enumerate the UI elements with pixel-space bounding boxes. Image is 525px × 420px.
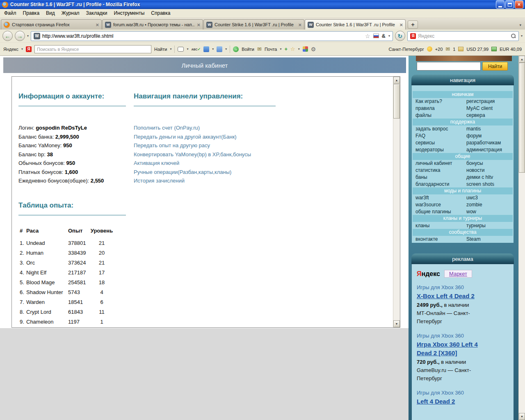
maximize-button[interactable]: [505, 0, 514, 9]
minimize-button[interactable]: [496, 0, 504, 9]
favorites-star-icon[interactable]: ☆: [290, 46, 295, 52]
login-button[interactable]: Войти: [242, 47, 254, 52]
scroll-up-button[interactable]: ▲: [393, 77, 400, 84]
mail-icon[interactable]: ✉: [257, 46, 262, 52]
search-engine-dropdown-icon[interactable]: ▾: [521, 34, 523, 38]
sidebar-nav-link[interactable]: модераторы: [412, 147, 463, 153]
sidebar-nav-link[interactable]: администрация: [463, 147, 514, 153]
sidebar-nav-link[interactable]: баны: [412, 174, 463, 180]
tab-close-icon[interactable]: ×: [96, 22, 99, 27]
window-scroll-down-button[interactable]: ▼: [519, 413, 525, 420]
browser-tab[interactable]: Counter Strike 1.6 | War3FT .ru | Profil…: [203, 19, 304, 30]
yandex-find-button[interactable]: Найти: [154, 47, 167, 52]
close-button[interactable]: ×: [515, 0, 523, 9]
urlbar-dropdown-icon[interactable]: ▾: [388, 34, 390, 38]
sidebar-nav-link[interactable]: wow: [463, 209, 514, 215]
menu-item[interactable]: Журнал: [58, 9, 83, 18]
keyboard-dropdown-icon[interactable]: ▾: [225, 47, 227, 51]
sidebar-nav-link[interactable]: статистика: [412, 167, 463, 173]
forward-button[interactable]: →: [15, 31, 25, 41]
translate-dropdown-icon[interactable]: ▾: [212, 47, 214, 51]
site-search-input[interactable]: [417, 62, 481, 71]
browser-search-placeholder[interactable]: Яндекс: [418, 33, 509, 39]
url-bar[interactable]: http://www.war3ft.ru/profile.shtml ☆ & ▾: [31, 31, 393, 41]
temperature-label[interactable]: +20: [435, 47, 443, 52]
sidebar-nav-link[interactable]: разработчикам: [463, 140, 514, 146]
menu-item[interactable]: Инструменты: [111, 9, 148, 18]
browser-tab[interactable]: Counter Strike 1.6 | War3FT .ru | Profil…: [305, 19, 406, 30]
reload-button[interactable]: ↻: [395, 31, 405, 41]
add-widget-icon[interactable]: +: [284, 46, 288, 52]
spellcheck-icon[interactable]: [191, 47, 201, 51]
panel-link[interactable]: Активация ключей: [134, 159, 251, 168]
ad-category-link[interactable]: Игры для Xbox 360: [417, 389, 483, 397]
sidebar-nav-link[interactable]: личный кабинет: [412, 160, 463, 166]
window-scroll-up-button[interactable]: ▲: [519, 56, 525, 63]
content-scrollbar[interactable]: ▲ ▼: [393, 77, 400, 327]
menu-item[interactable]: Файл: [1, 9, 20, 18]
ad-title-link[interactable]: X-Box Left 4 Dead 2: [417, 292, 483, 300]
menu-item[interactable]: Вид: [43, 9, 58, 18]
panel-link[interactable]: Ручные операции(Разбан,карты,кланы): [134, 168, 251, 177]
tab-list-button[interactable]: ▾: [516, 23, 524, 27]
tab-close-icon[interactable]: ×: [298, 22, 301, 27]
sidebar-nav-link[interactable]: FAQ: [412, 133, 463, 139]
scroll-down-button[interactable]: ▼: [393, 320, 400, 327]
sidebar-nav-link[interactable]: MyAC client: [463, 105, 514, 111]
sidebar-nav-link[interactable]: турниры: [463, 223, 514, 228]
ad-category-link[interactable]: Игры для Xbox 360: [417, 332, 483, 340]
ad-title-link[interactable]: Left 4 Dead 2: [417, 397, 483, 406]
panel-link[interactable]: Пополнить счет (OnPay.ru): [134, 123, 251, 132]
tab-close-icon[interactable]: ×: [399, 22, 403, 27]
sidebar-nav-link[interactable]: новости: [463, 167, 514, 173]
browser-tab[interactable]: forum.war3ft.ru • Просмотр темы - нап...…: [102, 19, 203, 30]
settings-gear-icon[interactable]: ⚙: [311, 46, 316, 52]
apps-grid-icon[interactable]: [303, 46, 308, 52]
sidebar-nav-link[interactable]: правила: [412, 105, 463, 111]
yandex-brand-dropdown-icon[interactable]: ▾: [21, 47, 23, 51]
mail-count[interactable]: 1: [453, 47, 455, 52]
browser-search-box[interactable]: Яндекс: [407, 31, 519, 41]
sidebar-nav-link[interactable]: вконтакте: [412, 236, 463, 242]
language-flag-icon[interactable]: [373, 34, 379, 38]
menu-item[interactable]: Правка: [20, 9, 43, 18]
menu-item[interactable]: Закладки: [83, 9, 111, 18]
sidebar-nav-link[interactable]: бонусы: [463, 160, 514, 166]
sidebar-nav-link[interactable]: форум: [463, 133, 514, 139]
ad-category-link[interactable]: Игры для Xbox 360: [417, 283, 483, 292]
menu-item[interactable]: Справка: [148, 9, 173, 18]
back-button[interactable]: ←: [2, 31, 13, 41]
sidebar-nav-link[interactable]: регистрация: [463, 98, 514, 104]
panel-link[interactable]: Передать опыт на другую расу: [134, 141, 251, 150]
sidebar-nav-link[interactable]: Steam: [463, 236, 514, 242]
history-dropdown-icon[interactable]: ▾: [27, 34, 29, 38]
mail-dropdown-icon[interactable]: ▾: [280, 47, 281, 51]
bookmark-star-icon[interactable]: ☆: [365, 33, 370, 39]
url-text[interactable]: http://www.war3ft.ru/profile.shtml: [42, 33, 363, 39]
login-icon[interactable]: →: [233, 46, 239, 52]
ad-title-link[interactable]: Игра Xbox 360 Left 4 Dead 2 [X360]: [417, 340, 483, 357]
sidebar-nav-link[interactable]: zombie: [463, 202, 514, 208]
window-scrollbar[interactable]: ▲ ▼: [518, 56, 525, 420]
search-icon[interactable]: [511, 34, 516, 39]
favorites-dropdown-icon[interactable]: ▾: [298, 47, 300, 51]
city-label[interactable]: Санкт-Петербург: [388, 47, 424, 52]
sidebar-nav-link[interactable]: screen shots: [463, 181, 514, 187]
sidebar-nav-link[interactable]: Как играть?: [412, 98, 463, 104]
market-tab[interactable]: Маркет: [444, 270, 472, 278]
sidebar-nav-link[interactable]: благодарности: [412, 181, 463, 187]
sidebar-nav-link[interactable]: uwc3: [463, 195, 514, 201]
extension-ampersand-icon[interactable]: &: [382, 33, 386, 39]
browser-tab[interactable]: Стартовая страница Firefox×: [1, 19, 102, 30]
mail-count-icon[interactable]: ✉: [445, 46, 450, 52]
sidebar-nav-link[interactable]: демки с hltv: [463, 174, 514, 180]
sidebar-nav-link[interactable]: файлы: [412, 112, 463, 118]
sidebar-nav-link[interactable]: war3source: [412, 202, 463, 208]
sidebar-nav-link[interactable]: war3ft: [412, 195, 463, 201]
keyboard-icon[interactable]: [217, 46, 222, 52]
new-tab-button[interactable]: +: [408, 21, 418, 29]
sidebar-nav-link[interactable]: задать вопрос: [412, 126, 463, 132]
chat-bubble-icon[interactable]: [178, 47, 184, 52]
sidebar-nav-link[interactable]: сервисы: [412, 140, 463, 146]
sidebar-nav-link[interactable]: кланы: [412, 223, 463, 228]
